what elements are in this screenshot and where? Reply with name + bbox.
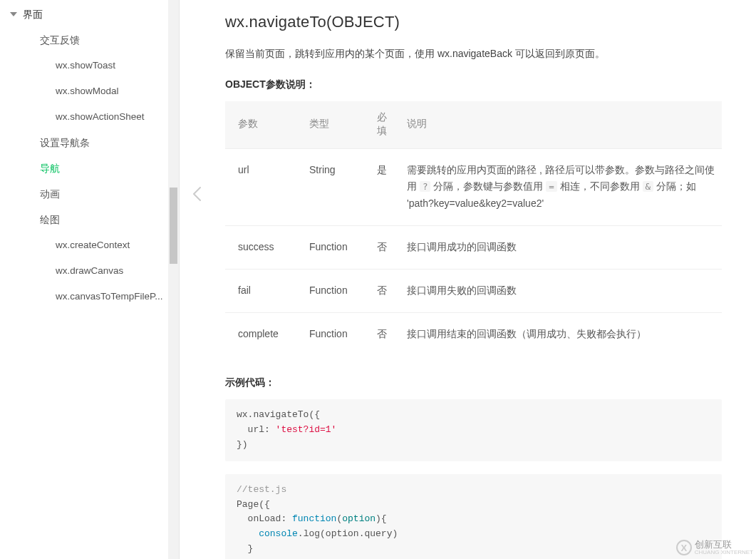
sidebar-scrollbar-thumb[interactable] [170, 188, 177, 264]
td-type: String [296, 148, 364, 225]
sidebar-item-label: wx.showActionSheet [56, 110, 145, 124]
sidebar-item-label: 动画 [40, 187, 60, 201]
code-block-2: //test.js Page({ onLoad: function(option… [225, 474, 722, 559]
td-required: 是 [364, 148, 394, 225]
sidebar-item-label: wx.showToast [56, 58, 115, 73]
td-desc: 需要跳转的应用内页面的路径 , 路径后可以带参数。参数与路径之间使用 ? 分隔，… [394, 148, 722, 225]
example-heading: 示例代码： [225, 376, 722, 389]
page-title: wx.navigateTo(OBJECT) [225, 13, 722, 31]
sidebar-item-label: wx.drawCanvas [56, 264, 123, 278]
main-content: wx.navigateTo(OBJECT) 保留当前页面，跳转到应用内的某个页面… [180, 0, 756, 559]
td-type: Function [296, 225, 364, 269]
sidebar-item-feedback[interactable]: 交互反馈 [0, 27, 179, 53]
th-desc: 说明 [394, 101, 722, 148]
table-row: complete Function 否 接口调用结束的回调函数（调用成功、失败都… [225, 312, 722, 355]
td-required: 否 [364, 312, 394, 355]
table-header-row: 参数 类型 必填 说明 [225, 101, 722, 148]
page-description: 保留当前页面，跳转到应用内的某个页面，使用 wx.navigateBack 可以… [225, 46, 722, 63]
sidebar-item-label: 导航 [40, 161, 60, 175]
sidebar-item-navbar[interactable]: 设置导航条 [0, 130, 179, 155]
td-required: 否 [364, 269, 394, 312]
sidebar-item-drawcanvas[interactable]: wx.drawCanvas [0, 258, 179, 284]
sidebar-item-label: wx.createContext [56, 238, 130, 252]
params-heading: OBJECT参数说明： [225, 78, 722, 91]
td-param: url [225, 148, 296, 225]
td-param: complete [225, 312, 296, 355]
th-param: 参数 [225, 101, 296, 148]
sidebar-item-label: wx.showModal [56, 84, 119, 98]
td-desc: 接口调用失败的回调函数 [394, 269, 722, 312]
sidebar-item-showmodal[interactable]: wx.showModal [0, 78, 179, 104]
td-desc: 接口调用成功的回调函数 [394, 225, 722, 269]
sidebar-item-createcontext[interactable]: wx.createContext [0, 232, 179, 258]
caret-down-icon [11, 11, 19, 18]
sidebar-scrollbar-track[interactable] [168, 0, 179, 559]
sidebar-item-label: 交互反馈 [40, 33, 80, 47]
td-type: Function [296, 312, 364, 355]
sidebar-item-label: 设置导航条 [40, 135, 90, 150]
sidebar-item-label: 绘图 [40, 212, 60, 227]
td-param: success [225, 225, 296, 269]
td-param: fail [225, 269, 296, 312]
table-row: url String 是 需要跳转的应用内页面的路径 , 路径后可以带参数。参数… [225, 148, 722, 225]
sidebar-item-draw[interactable]: 绘图 [0, 207, 179, 232]
th-type: 类型 [296, 101, 364, 148]
td-required: 否 [364, 225, 394, 269]
table-row: fail Function 否 接口调用失败的回调函数 [225, 269, 722, 312]
td-type: Function [296, 269, 364, 312]
table-row: success Function 否 接口调用成功的回调函数 [225, 225, 722, 269]
sidebar-root-ui[interactable]: 界面 [0, 1, 179, 27]
sidebar-root-label: 界面 [23, 7, 43, 21]
params-table: 参数 类型 必填 说明 url String 是 需要跳转的应用内页面的路径 ,… [225, 101, 722, 356]
sidebar-item-navigate[interactable]: 导航 [0, 155, 179, 181]
sidebar-item-showactionsheet[interactable]: wx.showActionSheet [0, 104, 179, 130]
sidebar-item-label: wx.canvasToTempFileP... [56, 289, 163, 304]
sidebar-item-canvastotemp[interactable]: wx.canvasToTempFileP... [0, 284, 179, 309]
code-block-1: wx.navigateTo({ url: 'test?id=1' }) [225, 399, 722, 461]
sidebar: 界面 交互反馈 wx.showToast wx.showModal wx.sho… [0, 0, 180, 559]
td-desc: 接口调用结束的回调函数（调用成功、失败都会执行） [394, 312, 722, 355]
sidebar-item-animation[interactable]: 动画 [0, 181, 179, 207]
sidebar-item-showtoast[interactable]: wx.showToast [0, 53, 179, 78]
th-required: 必填 [364, 101, 394, 148]
